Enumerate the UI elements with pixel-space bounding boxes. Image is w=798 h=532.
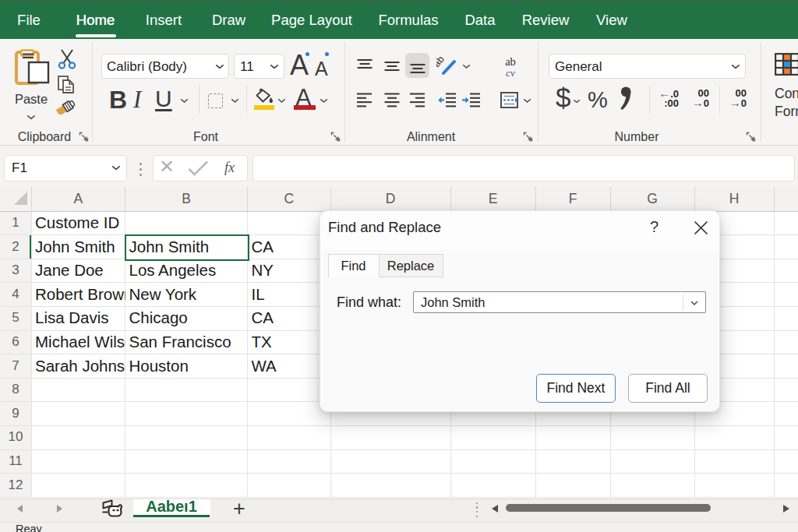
svg-text:ab: ab — [436, 55, 447, 69]
